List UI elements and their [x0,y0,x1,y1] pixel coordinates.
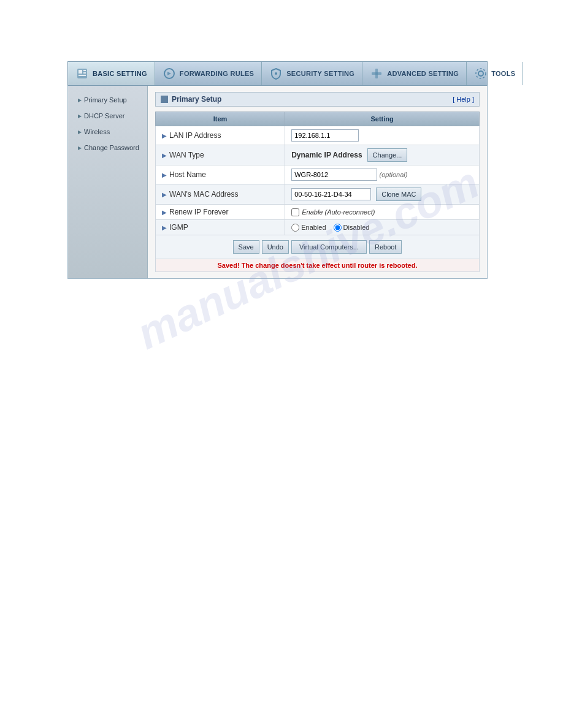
nav-forwarding-rules[interactable]: FORWARDING RULES [155,62,262,85]
row-setting-igmp: Enabled Disabled [285,220,480,235]
change-wan-button[interactable]: Change... [367,148,408,162]
svg-point-10 [476,69,486,78]
help-link[interactable]: [ Help ] [453,96,474,103]
row-setting-wan-mac: Clone MAC [285,184,480,205]
row-label-wan-mac: ▶ WAN's MAC Address [156,184,285,205]
lan-ip-input[interactable] [291,129,359,142]
row-label-host-name: ▶ Host Name [156,165,285,184]
bullet-icon: ▶ [78,129,82,135]
nav-security-setting[interactable]: SECURITY SETTING [262,62,362,85]
sidebar: ▶ Primary Setup ▶ DHCP Server ▶ Wireless… [68,86,148,278]
optional-label: (optional) [380,171,408,178]
row-bullet-icon: ▶ [162,132,167,139]
security-icon [269,67,283,80]
row-label-renew-ip: ▶ Renew IP Forever [156,205,285,220]
section-icon [161,96,168,103]
bullet-icon: ▶ [78,145,82,151]
basic-setting-icon [75,67,89,80]
reboot-button[interactable]: Reboot [369,240,402,254]
row-setting-wan-type: Dynamic IP Address Change... [285,145,480,165]
save-button[interactable]: Save [233,240,259,254]
sidebar-item-change-password[interactable]: ▶ Change Password [68,140,147,156]
nav-basic-setting[interactable]: BASIC SETTING [68,62,155,85]
wan-type-value: Dynamic IP Address [291,151,362,159]
bullet-icon: ▶ [78,97,82,103]
svg-rect-1 [79,70,82,74]
sidebar-label-dhcp-server: DHCP Server [84,112,124,119]
main-area: ▶ Primary Setup ▶ DHCP Server ▶ Wireless… [67,86,488,279]
sidebar-item-dhcp-server[interactable]: ▶ DHCP Server [68,108,147,124]
nav-security-label: SECURITY SETTING [286,70,354,77]
svg-rect-2 [83,70,86,71]
section-header: Primary Setup [ Help ] [155,92,480,107]
table-row: ▶ WAN Type Dynamic IP Address Change... [156,145,480,165]
renew-ip-checkbox-label[interactable]: Enable (Auto-reconnect) [291,208,473,216]
row-bullet-icon: ▶ [162,172,167,178]
sidebar-label-wireless: Wireless [84,128,110,135]
row-bullet-icon: ▶ [162,209,167,216]
nav-advanced-label: ADVANCED SETTING [387,70,459,77]
content-panel: Primary Setup [ Help ] Item Setting [148,86,487,278]
igmp-radio-group: Enabled Disabled [291,224,473,232]
top-nav: BASIC SETTING FORWARDING RULES SECURITY … [67,61,488,86]
section-title-text: Primary Setup [172,95,221,104]
row-setting-lan-ip [285,126,480,145]
renew-ip-checkbox-text: Enable (Auto-reconnect) [302,208,375,216]
label-renew-ip: Renew IP Forever [169,208,229,216]
advanced-icon [370,67,383,80]
nav-advanced-setting[interactable]: ADVANCED SETTING [362,62,467,85]
label-wan-type: WAN Type [169,151,204,159]
igmp-disabled-label[interactable]: Disabled [334,224,370,232]
row-setting-host-name: (optional) [285,165,480,184]
table-row: ▶ IGMP Enabled [156,220,480,235]
nav-basic-setting-label: BASIC SETTING [93,70,147,77]
settings-table: Item Setting ▶ LAN IP Address [155,112,480,235]
igmp-enabled-text: Enabled [301,224,326,231]
status-message: Saved! The change doesn't take effect un… [155,259,480,272]
igmp-enabled-label[interactable]: Enabled [291,224,326,232]
wan-mac-input[interactable] [291,188,371,200]
table-row: ▶ LAN IP Address [156,126,480,145]
bullet-icon: ▶ [78,113,82,119]
row-label-igmp: ▶ IGMP [156,220,285,235]
svg-point-9 [478,71,483,76]
col-header-setting: Setting [285,112,480,126]
sidebar-item-wireless[interactable]: ▶ Wireless [68,124,147,140]
undo-button[interactable]: Undo [262,240,289,254]
table-row: ▶ WAN's MAC Address Clone MAC [156,184,480,205]
svg-rect-4 [79,75,86,76]
label-wan-mac: WAN's MAC Address [169,190,239,199]
nav-tools[interactable]: TOOLS [467,62,523,85]
clone-mac-button[interactable]: Clone MAC [376,188,421,201]
row-bullet-icon: ▶ [162,191,167,198]
nav-forwarding-label: FORWARDING RULES [180,70,254,77]
igmp-disabled-radio[interactable] [334,224,342,232]
sidebar-label-change-password: Change Password [84,144,139,151]
svg-point-6 [275,72,277,75]
row-bullet-icon: ▶ [162,224,167,231]
col-header-item: Item [156,112,285,126]
row-label-wan-type: ▶ WAN Type [156,145,285,165]
row-bullet-icon: ▶ [162,152,167,159]
table-row: ▶ Renew IP Forever Enable (Auto-reconnec… [156,205,480,220]
svg-rect-8 [375,69,378,78]
table-header-row: Item Setting [156,112,480,126]
section-title: Primary Setup [161,95,221,104]
sidebar-item-primary-setup[interactable]: ▶ Primary Setup [68,92,147,108]
igmp-disabled-text: Disabled [343,224,370,231]
host-name-input[interactable] [291,169,377,181]
igmp-enabled-radio[interactable] [291,224,299,232]
label-lan-ip: LAN IP Address [169,131,221,140]
forwarding-icon [163,67,176,80]
row-setting-renew-ip: Enable (Auto-reconnect) [285,205,480,220]
action-row: Save Undo Virtual Computers... Reboot [155,235,480,259]
table-row: ▶ Host Name (optional) [156,165,480,184]
renew-ip-checkbox[interactable] [291,208,299,216]
svg-rect-3 [83,72,86,74]
label-host-name: Host Name [169,170,206,179]
nav-tools-label: TOOLS [491,70,515,77]
row-label-lan-ip: ▶ LAN IP Address [156,126,285,145]
tools-icon [474,67,488,80]
virtual-computers-button[interactable]: Virtual Computers... [291,240,367,254]
sidebar-label-primary-setup: Primary Setup [84,96,127,104]
